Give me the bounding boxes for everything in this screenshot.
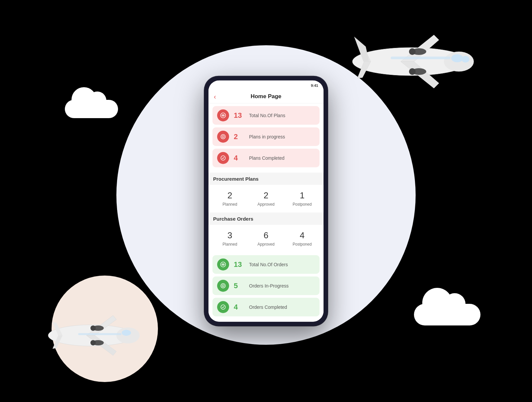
svg-point-5 [409, 48, 416, 55]
airplane-main [341, 20, 480, 103]
orders-progress-icon [217, 280, 229, 292]
orders-progress-row[interactable]: 5 Orders In-Progress [212, 276, 320, 295]
procurement-approved-number: 2 [249, 190, 283, 201]
svg-rect-8 [391, 57, 451, 59]
procurement-stats-grid: 2 Planned 2 Approved 1 Postponed [208, 185, 324, 213]
total-orders-label: Total No.Of Orders [249, 262, 288, 267]
purchase-approved-number: 6 [249, 230, 283, 241]
cloud-bottom-right [414, 304, 480, 325]
purchase-postponed-number: 4 [285, 230, 319, 241]
green-stats-section: 13 Total No.Of Orders 5 Orders In-Progre… [208, 252, 324, 321]
svg-point-15 [90, 340, 96, 345]
total-plans-row[interactable]: 13 Total No.Of Plans [212, 106, 320, 125]
orders-completed-number: 4 [234, 302, 244, 311]
airplane-small [40, 302, 143, 369]
total-orders-number: 13 [234, 260, 244, 269]
svg-point-30 [221, 305, 225, 309]
procurement-planned-label: Planned [213, 202, 247, 207]
total-orders-icon [217, 258, 229, 270]
procurement-postponed-number: 1 [285, 190, 319, 201]
procurement-planned-number: 2 [213, 190, 247, 201]
plans-progress-row[interactable]: 2 Plans in progress [212, 127, 320, 146]
procurement-approved-label: Approved [249, 202, 283, 207]
purchase-approved-label: Approved [249, 242, 283, 247]
purchase-section-header: Purchase Orders [208, 213, 324, 225]
svg-point-11 [122, 330, 131, 336]
total-plans-label: Total No.Of Plans [249, 113, 285, 118]
plans-progress-label: Plans in progress [249, 134, 285, 139]
purchase-planned[interactable]: 3 Planned [213, 230, 247, 247]
procurement-section-header: Procurement Plans [208, 173, 324, 185]
procurement-approved[interactable]: 2 Approved [249, 190, 283, 207]
svg-point-13 [90, 325, 96, 331]
svg-point-2 [451, 54, 463, 62]
purchase-postponed[interactable]: 4 Postponed [285, 230, 319, 247]
back-button[interactable]: ‹ [214, 93, 216, 100]
status-bar: 9:41 [208, 81, 324, 91]
svg-point-21 [221, 134, 225, 139]
phone-screen: 9:41 ‹ Home Page [208, 81, 324, 322]
svg-point-22 [222, 136, 224, 138]
purchase-planned-number: 3 [213, 230, 247, 241]
procurement-postponed[interactable]: 1 Postponed [285, 190, 319, 207]
purchase-stats-grid: 3 Planned 6 Approved 4 Postponed [208, 225, 324, 253]
phone-wrapper: 9:41 ‹ Home Page [204, 77, 328, 326]
purchase-approved[interactable]: 6 Approved [249, 230, 283, 247]
plans-progress-number: 2 [234, 132, 244, 141]
plans-completed-number: 4 [234, 154, 244, 162]
purchase-planned-label: Planned [213, 242, 247, 247]
svg-point-7 [409, 68, 416, 75]
total-plans-number: 13 [234, 111, 244, 120]
plans-completed-row[interactable]: 4 Plans Completed [212, 149, 320, 167]
plans-progress-icon [217, 131, 229, 143]
orders-progress-label: Orders In-Progress [249, 283, 289, 288]
phone-device: 9:41 ‹ Home Page [204, 77, 328, 326]
svg-point-3 [462, 56, 469, 63]
svg-rect-16 [78, 333, 121, 335]
svg-point-28 [221, 284, 225, 288]
plans-completed-icon [217, 152, 229, 164]
plans-completed-label: Plans Completed [249, 155, 285, 161]
svg-point-23 [221, 156, 225, 160]
purchase-postponed-label: Postponed [285, 242, 319, 247]
total-orders-row[interactable]: 13 Total No.Of Orders [212, 255, 320, 274]
red-stats-section: 13 Total No.Of Plans 2 Plans in progress [208, 103, 324, 173]
cloud-top-left [65, 100, 118, 118]
orders-completed-row[interactable]: 4 Orders Completed [212, 298, 320, 316]
page-title: Home Page [251, 93, 282, 100]
orders-completed-icon [217, 301, 229, 313]
orders-progress-number: 5 [234, 281, 244, 290]
procurement-postponed-label: Postponed [285, 202, 319, 207]
orders-completed-label: Orders Completed [249, 304, 287, 309]
app-header: ‹ Home Page [208, 91, 324, 103]
total-plans-icon [217, 109, 229, 121]
svg-point-29 [222, 285, 224, 287]
procurement-planned[interactable]: 2 Planned [213, 190, 247, 207]
